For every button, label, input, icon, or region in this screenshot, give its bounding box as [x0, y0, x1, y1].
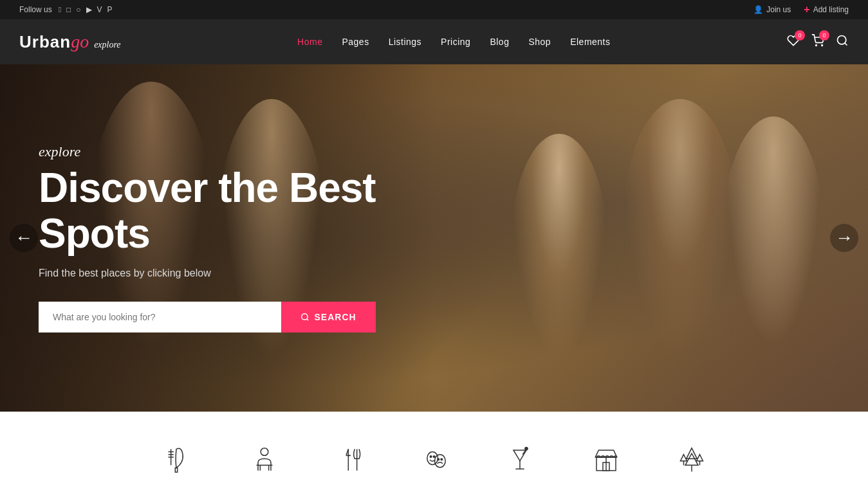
- svg-marker-34: [681, 455, 687, 461]
- shopping-icon: [590, 444, 622, 476]
- header-icons: 0 0: [787, 34, 849, 50]
- nav-shop[interactable]: Shop: [528, 37, 551, 47]
- svg-point-0: [816, 44, 817, 46]
- tours-icon: [676, 444, 708, 476]
- cart-badge: 0: [819, 30, 829, 41]
- top-bar-left: Follow us  □ ○ ▶ V P: [19, 5, 113, 14]
- user-icon: 👤: [753, 5, 763, 14]
- nav-home[interactable]: Home: [297, 37, 322, 47]
- join-us-link[interactable]: 👤 Join us: [753, 5, 791, 14]
- hero-next-button[interactable]: →: [830, 224, 858, 252]
- svg-line-3: [845, 42, 847, 45]
- plus-icon: +: [804, 4, 809, 15]
- hero-prev-button[interactable]: ←: [10, 224, 38, 252]
- top-bar: Follow us  □ ○ ▶ V P 👤 Join us + Add li…: [0, 0, 868, 19]
- svg-point-1: [822, 44, 823, 46]
- svg-point-4: [301, 314, 307, 320]
- category-beauty[interactable]: Beauty: [134, 431, 218, 483]
- hero-section: ← explore Discover the Best Spots Find t…: [0, 64, 868, 412]
- svg-line-5: [306, 319, 308, 321]
- svg-marker-32: [685, 453, 698, 465]
- vimeo-icon[interactable]: V: [97, 5, 102, 14]
- main-nav: Home Pages Listings Pricing Blog Shop El…: [297, 37, 610, 47]
- category-culture[interactable]: Culture: [394, 431, 478, 483]
- hero-explore-label: explore: [39, 143, 376, 160]
- culture-icon: [420, 444, 452, 476]
- svg-rect-6: [175, 468, 177, 473]
- cuisine-icon: [337, 444, 369, 476]
- youtube-icon[interactable]: ▶: [86, 5, 92, 14]
- header: Urban go explore Home Pages Listings Pri…: [0, 19, 868, 64]
- category-nightlife[interactable]: Nightlife: [478, 431, 562, 483]
- search-button[interactable]: SEARCH: [281, 302, 376, 333]
- top-bar-right: 👤 Join us + Add listing: [753, 4, 849, 15]
- svg-point-22: [441, 459, 443, 460]
- beauty-icon: [160, 444, 192, 476]
- wishlist-button[interactable]: 0: [787, 34, 800, 50]
- hero-content: explore Discover the Best Spots Find the…: [0, 143, 414, 333]
- nav-pricing[interactable]: Pricing: [441, 37, 470, 47]
- category-cuisine[interactable]: Cuisine: [311, 431, 394, 483]
- nav-blog[interactable]: Blog: [490, 37, 509, 47]
- svg-point-2: [837, 35, 845, 44]
- category-shopping[interactable]: Shopping: [562, 431, 650, 483]
- wishlist-badge: 0: [795, 30, 805, 41]
- search-bar: SEARCH: [39, 302, 376, 333]
- nightlife-icon: [504, 444, 536, 476]
- instagram-icon[interactable]: □: [66, 5, 71, 14]
- nav-elements[interactable]: Elements: [570, 37, 610, 47]
- svg-point-21: [438, 459, 439, 460]
- logo-urban-text: Urban: [19, 32, 71, 52]
- nav-pages[interactable]: Pages: [342, 37, 369, 47]
- search-input[interactable]: [39, 302, 281, 333]
- logo-go-text: go: [71, 32, 89, 52]
- svg-point-7: [261, 448, 268, 456]
- hero-subtitle: Find the best places by clicking below: [39, 268, 376, 279]
- svg-point-18: [430, 456, 432, 458]
- svg-point-20: [434, 455, 445, 468]
- coworking-icon: [248, 444, 281, 476]
- svg-point-26: [525, 447, 528, 450]
- tripadvisor-icon[interactable]: ○: [76, 5, 80, 14]
- social-icons:  □ ○ ▶ V P: [59, 5, 113, 14]
- hero-title: Discover the Best Spots: [39, 165, 376, 256]
- categories-bar: Beauty Coworking Cuisine: [0, 412, 868, 483]
- facebook-icon[interactable]: : [59, 5, 61, 14]
- category-coworking[interactable]: Coworking: [218, 431, 311, 483]
- svg-point-17: [427, 452, 438, 465]
- category-tours[interactable]: Tours: [650, 431, 734, 483]
- logo-explore-text: explore: [94, 40, 120, 50]
- logo[interactable]: Urban go explore: [19, 32, 121, 52]
- svg-marker-36: [697, 455, 703, 461]
- pinterest-icon[interactable]: P: [107, 5, 113, 14]
- nav-listings[interactable]: Listings: [389, 37, 421, 47]
- search-icon: [300, 313, 309, 322]
- follow-label: Follow us: [19, 5, 52, 14]
- add-listing-link[interactable]: + Add listing: [804, 4, 849, 15]
- cart-button[interactable]: 0: [811, 34, 824, 50]
- search-button[interactable]: [836, 34, 849, 50]
- svg-point-19: [433, 456, 435, 458]
